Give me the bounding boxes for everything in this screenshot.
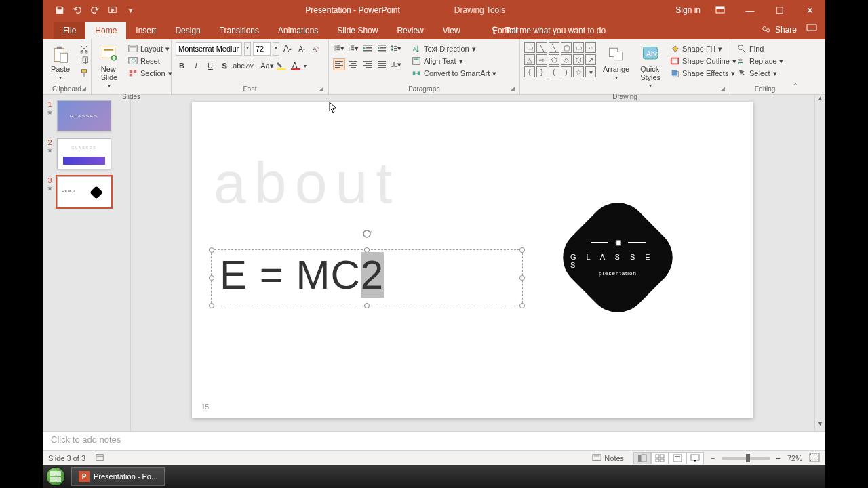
comments-icon[interactable]	[806, 24, 817, 35]
about-heading[interactable]: about	[214, 149, 400, 216]
shadow-icon[interactable]: S	[218, 60, 231, 72]
notes-toggle[interactable]: Notes	[589, 453, 627, 464]
select-button[interactable]: Select ▾	[734, 68, 786, 79]
resize-handle[interactable]	[209, 275, 214, 281]
font-size-dropdown[interactable]: ▾	[273, 42, 279, 56]
redo-icon[interactable]	[90, 5, 100, 15]
shape-outline-button[interactable]: Shape Outline ▾	[667, 56, 739, 66]
align-left-icon[interactable]	[333, 58, 345, 70]
drawing-dialog-launcher[interactable]: ◢	[720, 85, 727, 92]
thumbnail-2[interactable]: 2★ GLASSES	[47, 138, 126, 169]
underline-icon[interactable]: U	[204, 60, 216, 72]
start-button[interactable]	[43, 465, 68, 488]
qat-customize-icon[interactable]: ▾	[125, 5, 135, 15]
cut-button[interactable]	[77, 43, 92, 54]
font-name-input[interactable]	[176, 42, 242, 56]
bullets-icon[interactable]: ▾	[333, 42, 345, 54]
text-direction-button[interactable]: AText Direction ▾	[409, 43, 499, 54]
normal-view-icon[interactable]	[633, 452, 651, 464]
font-size-input[interactable]	[253, 42, 271, 56]
bold-icon[interactable]: B	[176, 60, 188, 72]
quick-styles-button[interactable]: Abc Quick Styles▾	[636, 42, 665, 92]
paragraph-dialog-launcher[interactable]: ◢	[510, 85, 517, 92]
ribbon-display-icon[interactable]	[710, 0, 730, 20]
resize-handle[interactable]	[519, 275, 525, 281]
resize-handle[interactable]	[209, 247, 214, 253]
maximize-icon[interactable]: ☐	[770, 0, 790, 20]
tab-transitions[interactable]: Transitions	[210, 22, 269, 39]
tab-animations[interactable]: Animations	[269, 22, 328, 39]
tab-home[interactable]: Home	[85, 22, 126, 39]
tab-insert[interactable]: Insert	[126, 22, 165, 39]
format-painter-button[interactable]	[77, 68, 92, 79]
align-center-icon[interactable]	[347, 58, 359, 70]
slideshow-view-icon[interactable]	[686, 452, 704, 464]
undo-icon[interactable]	[73, 5, 82, 15]
numbering-icon[interactable]: 123▾	[347, 42, 359, 54]
minimize-icon[interactable]: —	[740, 0, 760, 20]
scroll-up-icon[interactable]: ▲	[815, 95, 825, 106]
strikethrough-icon[interactable]: abc	[233, 60, 245, 72]
font-name-dropdown[interactable]: ▾	[244, 42, 251, 56]
resize-handle[interactable]	[209, 303, 214, 308]
tab-design[interactable]: Design	[165, 22, 210, 39]
scroll-down-icon[interactable]: ▼	[815, 420, 825, 431]
vertical-scrollbar[interactable]: ▲ ▼	[814, 95, 825, 431]
slide-canvas-area[interactable]: about E = MC2 ▣ G L A S S E S	[131, 95, 825, 431]
zoom-slider[interactable]	[722, 457, 770, 460]
layout-button[interactable]: Layout ▾	[125, 43, 175, 54]
notes-pane[interactable]: Click to add notes	[43, 431, 825, 450]
zoom-out-icon[interactable]: −	[711, 454, 715, 462]
decrease-indent-icon[interactable]	[361, 42, 374, 54]
arrange-button[interactable]: Arrange▾	[599, 42, 633, 83]
line-spacing-icon[interactable]: ▾	[390, 42, 402, 54]
paste-button[interactable]: Paste ▾	[47, 42, 74, 83]
replace-button[interactable]: abReplace ▾	[734, 56, 786, 66]
thumbnail-1[interactable]: 1★ GLASSES	[47, 100, 126, 131]
equation-text[interactable]: E = MC2	[220, 251, 384, 298]
resize-handle[interactable]	[519, 303, 525, 308]
taskbar-powerpoint[interactable]: P Presentation - Po...	[71, 467, 165, 486]
zoom-level[interactable]: 72%	[787, 454, 802, 462]
shape-effects-button[interactable]: Shape Effects ▾	[667, 68, 739, 79]
font-color-icon[interactable]: A	[290, 60, 302, 72]
increase-font-icon[interactable]: A▴	[281, 43, 294, 55]
clear-formatting-icon[interactable]: A	[310, 43, 322, 55]
collapse-ribbon-icon[interactable]: ˆ	[794, 83, 797, 92]
tab-review[interactable]: Review	[387, 22, 433, 39]
clipboard-dialog-launcher[interactable]: ◢	[81, 85, 88, 92]
align-text-button[interactable]: Align Text ▾	[409, 56, 499, 66]
justify-icon[interactable]	[376, 58, 388, 70]
resize-handle[interactable]	[519, 247, 525, 253]
save-icon[interactable]	[55, 5, 64, 15]
tab-slideshow[interactable]: Slide Show	[328, 22, 387, 39]
shape-gallery[interactable]: ▭╲╲▢▭○ △⇨⬠◇⬡↗ {}()☆▾	[524, 42, 596, 77]
copy-button[interactable]	[77, 56, 92, 66]
share-button[interactable]: Share	[762, 25, 797, 35]
equation-textbox[interactable]: E = MC2	[211, 249, 523, 306]
font-color-dropdown[interactable]: ▾	[304, 63, 307, 69]
highlight-icon[interactable]	[275, 60, 288, 72]
close-icon[interactable]: ✕	[800, 0, 820, 20]
fit-to-window-icon[interactable]	[809, 453, 820, 464]
shape-fill-button[interactable]: Shape Fill ▾	[667, 43, 739, 54]
slide[interactable]: about E = MC2 ▣ G L A S S E S	[192, 102, 753, 418]
rotate-handle-icon[interactable]	[361, 228, 372, 239]
char-spacing-icon[interactable]: AV↔	[247, 60, 259, 72]
columns-icon[interactable]: ▾	[390, 58, 402, 70]
decrease-font-icon[interactable]: A▾	[296, 43, 308, 55]
reset-button[interactable]: Reset	[125, 56, 175, 66]
start-from-beginning-icon[interactable]	[108, 5, 117, 15]
tell-me-search[interactable]: Tell me what you want to do	[490, 22, 606, 39]
find-button[interactable]: Find	[734, 43, 786, 54]
thumbnail-3[interactable]: 3★ E = MC2	[47, 176, 126, 207]
increase-indent-icon[interactable]	[376, 42, 388, 54]
tab-view[interactable]: View	[433, 22, 470, 39]
font-dialog-launcher[interactable]: ◢	[319, 85, 326, 92]
italic-icon[interactable]: I	[190, 60, 202, 72]
convert-smartart-button[interactable]: Convert to SmartArt ▾	[409, 68, 499, 79]
reading-view-icon[interactable]	[669, 452, 686, 464]
new-slide-button[interactable]: New Slide ▾	[96, 42, 123, 92]
section-button[interactable]: Section ▾	[125, 68, 175, 79]
signin-link[interactable]: Sign in	[675, 5, 701, 15]
